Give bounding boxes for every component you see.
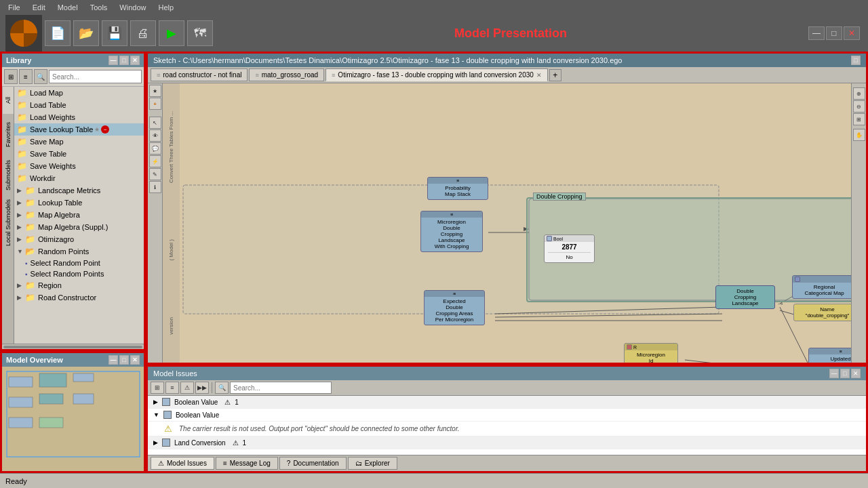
- open-button[interactable]: 📂: [73, 20, 99, 46]
- issue-row-1[interactable]: ▶ Boolean Value ⚠ 1: [148, 396, 866, 409]
- library-search[interactable]: [49, 70, 142, 83]
- lib-item-lookuptable[interactable]: ▶ 📁 Lookup Table: [14, 197, 144, 209]
- node-expected-dca[interactable]: ≡ ExpectedDoubleCropping AreasPer Micror…: [424, 290, 485, 325]
- lib-tb-btn-1[interactable]: ⊞: [4, 69, 18, 84]
- save-button[interactable]: 💾: [102, 20, 127, 46]
- lib-item-otimizagro[interactable]: ▶ 📁 Otimizagro: [14, 233, 144, 245]
- tab-mato-grosso[interactable]: ≡ mato_grosso_road: [249, 68, 324, 81]
- menubar-window[interactable]: Window: [114, 2, 151, 13]
- expand-icon[interactable]: ▶: [17, 294, 24, 301]
- issues-tb-2[interactable]: ≡: [165, 382, 179, 394]
- remove-icon[interactable]: −: [101, 125, 109, 134]
- issue-row-3[interactable]: ▶ Land Conversion ⚠ 1: [148, 436, 866, 449]
- overview-canvas[interactable]: [2, 367, 144, 471]
- issues-close[interactable]: ✕: [851, 369, 861, 378]
- lib-item-selectrandom[interactable]: ▪ Select Random Point: [14, 258, 144, 268]
- canvas-tb-info[interactable]: ℹ: [149, 181, 161, 193]
- lib-item-loadmap[interactable]: 📁 Load Map: [14, 87, 144, 99]
- node-microregion-dclwc[interactable]: ≡ MicroregionDoubleCroppingLandscapeWith…: [420, 211, 483, 252]
- issues-search[interactable]: [230, 382, 332, 394]
- canvas-tb-add[interactable]: +: [149, 98, 161, 110]
- issues-tb-run[interactable]: ▶▶: [195, 382, 209, 394]
- node-prob-map-stack[interactable]: ≡ ProbabilityMap Stack: [427, 177, 488, 200]
- issue-1-expand[interactable]: ▶: [153, 399, 158, 405]
- issue-2-expand[interactable]: ▼: [153, 411, 159, 418]
- issue-row-2-header[interactable]: ▼ Boolean Value: [148, 409, 866, 422]
- expand-icon[interactable]: ▶: [17, 187, 24, 194]
- expand-icon-open[interactable]: ▼: [17, 248, 24, 255]
- tab-otimizagro[interactable]: ≡ Otimizagro - fase 13 - double cropping…: [326, 68, 548, 81]
- tab-road-constructor[interactable]: ≡ road constructor - not final: [151, 68, 248, 81]
- lib-item-region[interactable]: ▶ 📁 Region: [14, 279, 144, 291]
- canvas-tb-comment[interactable]: 💬: [149, 142, 161, 155]
- lib-item-randompoints[interactable]: ▼ 📂 Random Points: [14, 245, 144, 258]
- node-udcrpm[interactable]: ≡ UpdatedDoubleCroppingResiduous PerMicr…: [808, 348, 851, 363]
- issues-tb-3[interactable]: ⚠: [180, 382, 194, 394]
- new-button[interactable]: 📄: [45, 20, 71, 46]
- expand-icon[interactable]: ▶: [17, 282, 24, 289]
- expand-icon[interactable]: ▶: [17, 211, 24, 218]
- canvas-tb-cursor[interactable]: ↖: [149, 117, 161, 129]
- map-button[interactable]: 🗺: [187, 20, 213, 46]
- maximize-button[interactable]: □: [826, 26, 842, 40]
- lib-item-loadtable[interactable]: 📁 Load Table: [14, 99, 144, 111]
- menubar-edit[interactable]: Edit: [27, 2, 51, 13]
- lib-item-savelookup[interactable]: 📁 Save Lookup Table ★ −: [14, 123, 144, 136]
- minimize-button[interactable]: —: [808, 26, 825, 40]
- lib-tab-favorites[interactable]: Favorites: [2, 114, 14, 155]
- bottom-tab-explorer[interactable]: 🗂 Explorer: [348, 457, 397, 470]
- canvas-tb-edit[interactable]: ✎: [149, 168, 161, 180]
- lib-item-savetable[interactable]: 📁 Save Table: [14, 148, 144, 160]
- lib-item-mapalgebra[interactable]: ▶ 📁 Map Algebra: [14, 209, 144, 221]
- sketch-maximize[interactable]: □: [851, 56, 861, 65]
- overview-minimize[interactable]: —: [108, 355, 118, 365]
- menubar-tools[interactable]: Tools: [85, 2, 113, 13]
- node-name-dc-mid[interactable]: Name"double_cropping": [793, 304, 851, 321]
- tab-add-button[interactable]: +: [549, 69, 561, 81]
- expand-icon[interactable]: ▶: [17, 224, 24, 230]
- lib-item-workdir[interactable]: 📁 Workdir: [14, 172, 144, 184]
- canvas-tb-link[interactable]: ⚡: [149, 155, 161, 167]
- canvas-tb-right-zoom-in[interactable]: ⊕: [853, 87, 865, 100]
- tab-close-icon[interactable]: ✕: [536, 72, 542, 79]
- lib-item-savemap[interactable]: 📁 Save Map: [14, 136, 144, 148]
- bottom-tab-messagelog[interactable]: ≡ Message Log: [216, 457, 278, 470]
- library-scrollbar[interactable]: [2, 344, 144, 349]
- overview-maximize[interactable]: □: [119, 355, 129, 365]
- lib-tab-local[interactable]: Local Submodels: [2, 195, 14, 249]
- lib-item-selectrandoms[interactable]: ▪ Select Random Points: [14, 268, 144, 279]
- canvas-tb-eye[interactable]: 👁: [149, 129, 161, 142]
- issues-tb-1[interactable]: ⊞: [151, 382, 164, 394]
- overview-close[interactable]: ✕: [130, 355, 140, 365]
- library-maximize[interactable]: □: [119, 56, 129, 65]
- lib-item-roadconstructor[interactable]: ▶ 📁 Road Constructor: [14, 291, 144, 304]
- bottom-tab-issues[interactable]: ⚠ Model Issues: [151, 457, 214, 470]
- menubar-model[interactable]: Model: [52, 2, 83, 13]
- library-close[interactable]: ✕: [130, 56, 140, 65]
- lib-item-mapalgebrasuppl[interactable]: ▶ 📁 Map Algebra (Suppl.): [14, 221, 144, 233]
- lib-item-landscapemetrics[interactable]: ▶ 📁 Landscape Metrics: [14, 184, 144, 197]
- node-rcm[interactable]: RegionalCategorical Map: [792, 275, 851, 299]
- canvas-tb-right-hand[interactable]: ✋: [853, 129, 865, 141]
- model-canvas[interactable]: Convert Three Tables From ... ( Model ) …: [163, 83, 851, 363]
- canvas-tb-right-fit[interactable]: ⊞: [853, 113, 865, 125]
- issues-minimize[interactable]: —: [829, 369, 839, 378]
- expand-icon[interactable]: ▶: [17, 199, 24, 206]
- run-button[interactable]: ▶: [159, 20, 184, 46]
- lib-tab-submodels[interactable]: Submodels: [2, 155, 14, 195]
- canvas-tb-right-zoom-out[interactable]: ⊖: [853, 100, 865, 113]
- canvas-tb-star[interactable]: ★: [149, 85, 161, 97]
- lib-tab-all[interactable]: All: [2, 87, 14, 114]
- node-bool[interactable]: Bool 2877 No: [544, 235, 595, 263]
- node-dcl[interactable]: DoubleCroppingLandscape: [715, 285, 775, 309]
- bottom-tab-documentation[interactable]: ? Documentation: [279, 457, 347, 470]
- menubar-help[interactable]: Help: [153, 2, 179, 13]
- issues-maximize[interactable]: □: [840, 369, 850, 378]
- node-microregion-id[interactable]: R MicroregionId: [624, 343, 678, 363]
- close-button[interactable]: ✕: [844, 26, 860, 40]
- lib-item-loadweights[interactable]: 📁 Load Weights: [14, 111, 144, 123]
- lib-item-saveweights[interactable]: 📁 Save Weights: [14, 160, 144, 172]
- expand-icon[interactable]: ▶: [17, 236, 24, 243]
- export-button[interactable]: 🖨: [130, 20, 156, 46]
- lib-tb-btn-2[interactable]: ≡: [19, 69, 33, 84]
